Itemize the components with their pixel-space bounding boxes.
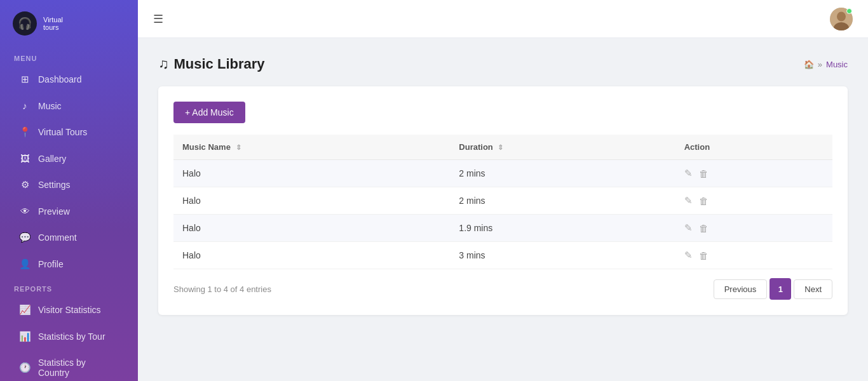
pagination: Previous 1 Next	[714, 278, 832, 300]
menu-section-label: MENU	[0, 47, 138, 66]
breadcrumb-sep: »	[818, 60, 822, 69]
table-row: Halo 1.9 mins ✎ 🗑	[173, 215, 832, 242]
cell-action: ✎ 🗑	[675, 215, 832, 242]
sort-icon-music[interactable]: ⇕	[236, 144, 241, 151]
sidebar-item-label: Statistics by Tour	[38, 331, 105, 342]
main-area: ☰ ♫ Music Library 🏠	[138, 0, 868, 381]
delete-icon[interactable]: 🗑	[699, 250, 709, 261]
sidebar-item-label: Profile	[38, 259, 64, 269]
edit-icon[interactable]: ✎	[684, 195, 693, 206]
location-icon: 📍	[19, 126, 31, 138]
dashboard-icon: ⊞	[19, 74, 31, 85]
table-footer: Showing 1 to 4 of 4 entries Previous 1 N…	[173, 278, 832, 300]
cell-duration: 2 mins	[450, 160, 675, 187]
cell-action: ✎ 🗑	[675, 160, 832, 187]
logo-text: Virtual tours	[43, 16, 63, 31]
table-info: Showing 1 to 4 of 4 entries	[173, 284, 271, 294]
eye-icon: 👁	[19, 206, 31, 217]
table-header: Music Name ⇕ Duration ⇕ Action	[173, 135, 832, 160]
page-title-text: Music Library	[174, 56, 265, 72]
cell-duration: 2 mins	[450, 187, 675, 215]
sidebar-item-label: Statistics by Country	[38, 358, 119, 378]
next-button[interactable]: Next	[794, 279, 832, 299]
avatar-wrap[interactable]	[830, 8, 853, 30]
cell-music-name: Halo	[173, 242, 450, 269]
sidebar-item-dashboard[interactable]: ⊞ Dashboard	[5, 67, 133, 92]
sort-icon-duration[interactable]: ⇕	[498, 144, 503, 151]
edit-icon[interactable]: ✎	[684, 250, 693, 261]
sidebar-item-label: Preview	[38, 206, 70, 217]
table-row: Halo 2 mins ✎ 🗑	[173, 187, 832, 215]
delete-icon[interactable]: 🗑	[699, 223, 709, 234]
col-duration-label: Duration	[459, 142, 492, 152]
sidebar-item-label: Virtual Tours	[38, 127, 87, 137]
sidebar-item-profile[interactable]: 👤 Profile	[5, 251, 133, 277]
cell-music-name: Halo	[173, 160, 450, 187]
page-title: ♫ Music Library	[158, 56, 265, 72]
music-icon: ♪	[19, 100, 31, 111]
hamburger-icon[interactable]: ☰	[153, 12, 163, 26]
reports-section-label: REPORTS	[0, 277, 138, 297]
cell-music-name: Halo	[173, 215, 450, 242]
svg-point-1	[837, 11, 846, 21]
topbar-right	[830, 8, 853, 30]
logo-icon-symbol: 🎧	[18, 17, 32, 30]
sidebar-logo: 🎧 Virtual tours	[0, 0, 138, 47]
sidebar-item-label: Visitor Statistics	[38, 305, 101, 315]
col-music-name: Music Name ⇕	[173, 135, 450, 160]
edit-icon[interactable]: ✎	[684, 222, 693, 234]
cell-action: ✎ 🗑	[675, 187, 832, 215]
action-icons: ✎ 🗑	[684, 222, 824, 234]
home-icon[interactable]: 🏠	[804, 60, 814, 69]
sidebar-item-comment[interactable]: 💬 Comment	[5, 225, 133, 250]
sidebar-item-label: Settings	[38, 180, 71, 190]
cell-music-name: Halo	[173, 187, 450, 215]
add-music-button[interactable]: + Add Music	[173, 102, 245, 123]
topbar-left: ☰	[153, 12, 163, 26]
online-dot	[846, 8, 852, 14]
profile-icon: 👤	[19, 258, 31, 270]
sidebar-item-music[interactable]: ♪ Music	[5, 93, 133, 118]
content-area: ♫ Music Library 🏠 » Music + Add Music Mu…	[138, 38, 868, 381]
table-header-row: Music Name ⇕ Duration ⇕ Action	[173, 135, 832, 160]
logo-brand: Virtual	[43, 16, 63, 23]
cell-duration: 1.9 mins	[450, 215, 675, 242]
col-action: Action	[675, 135, 832, 160]
delete-icon[interactable]: 🗑	[699, 168, 709, 179]
music-library-card: + Add Music Music Name ⇕ Duration ⇕ A	[158, 86, 848, 315]
sidebar-item-label: Comment	[38, 232, 77, 243]
cell-duration: 3 mins	[450, 242, 675, 269]
sidebar-item-label: Dashboard	[38, 74, 82, 84]
music-table: Music Name ⇕ Duration ⇕ Action Halo	[173, 135, 832, 269]
comment-icon: 💬	[19, 232, 31, 243]
topbar: ☰	[138, 0, 868, 38]
action-icons: ✎ 🗑	[684, 250, 824, 261]
sidebar-item-preview[interactable]: 👁 Preview	[5, 199, 133, 224]
table-row: Halo 2 mins ✎ 🗑	[173, 160, 832, 187]
page-number-1[interactable]: 1	[770, 278, 791, 300]
globe-icon: 🕐	[19, 362, 31, 373]
sidebar-item-statistics-by-tour[interactable]: 📊 Statistics by Tour	[5, 324, 133, 349]
sidebar-item-statistics-by-country[interactable]: 🕐 Statistics by Country	[5, 351, 133, 381]
edit-icon[interactable]: ✎	[684, 168, 693, 179]
sidebar-item-visitor-statistics[interactable]: 📈 Visitor Statistics	[5, 297, 133, 323]
col-duration: Duration ⇕	[450, 135, 675, 160]
cell-action: ✎ 🗑	[675, 242, 832, 269]
action-icons: ✎ 🗑	[684, 195, 824, 206]
sidebar-item-label: Music	[38, 101, 62, 111]
action-icons: ✎ 🗑	[684, 168, 824, 179]
sidebar-item-virtual-tours[interactable]: 📍 Virtual Tours	[5, 119, 133, 145]
sidebar-item-label: Gallery	[38, 154, 66, 164]
logo-sub: tours	[43, 23, 63, 31]
sidebar-item-gallery[interactable]: 🖼 Gallery	[5, 146, 133, 171]
col-music-name-label: Music Name	[182, 142, 231, 152]
previous-button[interactable]: Previous	[714, 279, 768, 299]
sidebar: 🎧 Virtual tours MENU ⊞ Dashboard ♪ Music…	[0, 0, 138, 381]
table-body: Halo 2 mins ✎ 🗑 Halo 2 mins ✎ 🗑 Halo 1.9…	[173, 160, 832, 269]
music-note-icon: ♫	[158, 56, 169, 72]
logo-icon: 🎧	[13, 11, 37, 36]
breadcrumb-current: Music	[826, 60, 848, 69]
gallery-icon: 🖼	[19, 153, 31, 164]
sidebar-item-settings[interactable]: ⚙ Settings	[5, 172, 133, 197]
delete-icon[interactable]: 🗑	[699, 196, 709, 206]
